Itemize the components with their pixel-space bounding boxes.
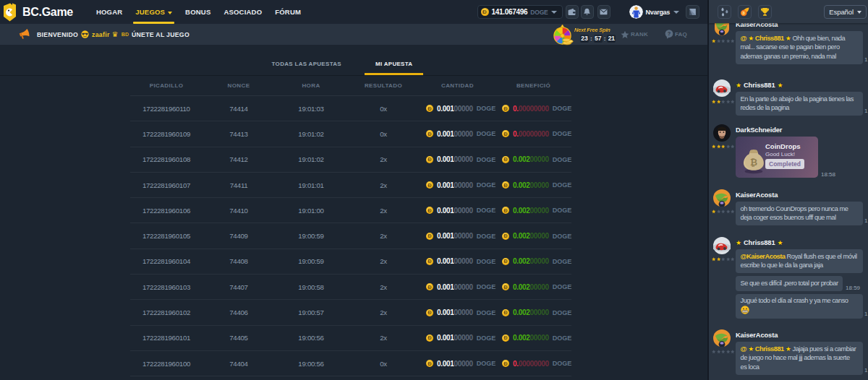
user-avatar[interactable]: [713, 237, 731, 254]
cell-result: 0x: [347, 105, 420, 113]
countdown-seconds: 21: [607, 35, 616, 43]
chat-bubble[interactable]: Se que es difícil ,pero total por probar: [736, 276, 843, 291]
wallet-button[interactable]: [566, 5, 579, 19]
chat-message-body: KaiserAcosta@ ★ Chriss881 ★ Jajaja pues …: [736, 331, 863, 375]
notifications-button[interactable]: [581, 5, 594, 19]
countdown-minutes: 57: [594, 35, 603, 43]
profit-zeros: 00000: [530, 181, 549, 189]
profit-zeros: 00000: [530, 232, 549, 240]
grimacing-face-icon: [741, 307, 749, 314]
amount-zeros: 00000: [454, 155, 473, 163]
username[interactable]: Nvargas: [646, 9, 670, 16]
brand-logo[interactable]: BC.Game: [3, 3, 73, 22]
balance-selector[interactable]: Ð 141.067496 DOGE: [477, 5, 563, 19]
chat-username[interactable]: KaiserAcosta: [736, 331, 863, 339]
cell-profit: Ð0.00000000DOGE: [495, 130, 571, 138]
chat-bubble[interactable]: Jugué todo el día al crash y ya me canso: [736, 294, 863, 319]
user-avatar[interactable]: [713, 23, 731, 36]
menu-item-asociado[interactable]: ASOCIADO: [224, 0, 262, 24]
trophy-button[interactable]: [758, 5, 772, 19]
user-chevron-down-icon[interactable]: [673, 11, 679, 14]
next-free-spin[interactable]: Next Free Spin 23 : 57 : 21: [574, 27, 608, 43]
rank-link[interactable]: RANK: [621, 30, 648, 39]
tab-my-bets[interactable]: MI APUESTA: [365, 61, 423, 75]
profit-value: 0.002: [513, 232, 530, 240]
user-avatar[interactable]: [629, 5, 643, 19]
menu-item-hogar[interactable]: HOGAR: [96, 0, 122, 24]
chat-username-label: KaiserAcosta: [736, 191, 778, 199]
menu-item-label: BONUS: [185, 8, 210, 16]
cell-profit: Ð0.00000000DOGE: [495, 105, 571, 113]
doge-coin-icon: Ð: [426, 105, 433, 112]
chat-bubble[interactable]: @KaiserAcosta Royal flush es que el móvi…: [736, 249, 863, 273]
chat-bubble[interactable]: @ ★ Chriss881 ★ Ohh que bien, nada mal..…: [736, 31, 863, 64]
cell-nonce: 74411: [203, 181, 275, 189]
menu-item-juegos[interactable]: JUEGOS: [135, 0, 172, 24]
chat-username[interactable]: ★Chriss881★: [736, 81, 863, 89]
messages-button[interactable]: [597, 5, 610, 19]
chat-username[interactable]: DarkSchneider: [736, 126, 863, 134]
tab-all-bets[interactable]: TODAS LAS APUESTAS: [261, 61, 352, 75]
coindrops-card[interactable]: ₿CoinDropsGood Luck!Completed: [736, 137, 818, 178]
welcome-bar-right: Next Free Spin 23 : 57 : 21 RANK ? FAQ: [551, 24, 687, 45]
top-navbar: BC.Game HOGARJUEGOSBONUSASOCIADOFÓRUM Ð …: [0, 0, 707, 24]
cell-amount: Ð0.00100000DOGE: [420, 308, 495, 316]
chat-bubble-text: Jugué todo el día al crash y ya me canso: [741, 297, 848, 304]
spin-wheel-icon[interactable]: [551, 24, 574, 46]
menu-item-frum[interactable]: FÓRUM: [275, 0, 301, 24]
chat-sidebar-header: 3 Español: [709, 0, 868, 23]
amount-currency: DOGE: [477, 207, 496, 214]
sunglasses-emoji-icon: [81, 30, 89, 38]
profit-currency: DOGE: [553, 360, 572, 367]
chat-bubble-row: Se que es difícil ,pero total por probar…: [736, 276, 863, 291]
cell-profit: Ð0.00200000DOGE: [495, 155, 571, 163]
welcome-username[interactable]: zaafir: [92, 31, 110, 38]
user-avatar[interactable]: [713, 79, 731, 97]
balance-currency: DOGE: [530, 9, 548, 16]
chat-bubble[interactable]: oh tremendo CounDrops pero nunca me deja…: [736, 202, 863, 225]
chat-username[interactable]: ★Chriss881★: [736, 238, 863, 246]
amount-value: 0.001: [437, 207, 454, 215]
coindrop-button[interactable]: [718, 5, 731, 19]
profit-zeros: 00000: [530, 334, 549, 342]
faq-link[interactable]: ? FAQ: [665, 30, 687, 39]
chat-toggle-button[interactable]: [686, 5, 699, 19]
chat-bubble-row: Jugué todo el día al crash y ya me canso…: [736, 294, 863, 319]
doge-coin-icon: Ð: [426, 360, 433, 367]
fireball-button[interactable]: 3: [738, 5, 752, 19]
column-header-4: CANTIDAD: [420, 82, 495, 89]
chat-username[interactable]: KaiserAcosta: [736, 191, 863, 199]
user-avatar[interactable]: [713, 124, 731, 142]
language-label: Español: [829, 8, 854, 16]
profit-value: 0.002: [513, 207, 530, 215]
coindrops-title: CoinDrops: [765, 142, 801, 150]
language-selector[interactable]: Español: [824, 5, 867, 19]
amount-value: 0.001: [437, 257, 454, 265]
spin-countdown: 23 : 57 : 21: [580, 35, 608, 43]
next-free-spin-label: Next Free Spin: [574, 27, 610, 33]
user-avatar[interactable]: [713, 329, 731, 347]
coindrops-completed-button[interactable]: Completed: [765, 159, 804, 169]
chat-timestamp-clipped: 1: [864, 367, 867, 373]
cell-nonce: 74409: [203, 232, 275, 240]
chat-bubble[interactable]: @ ★ Chriss881 ★ Jajaja pues si a cambiar…: [736, 342, 863, 375]
menu-item-bonus[interactable]: BONUS: [185, 0, 210, 24]
cell-hash: 1722281960107: [130, 181, 203, 189]
user-avatar[interactable]: [713, 189, 731, 207]
menu-item-label: ASOCIADO: [224, 8, 262, 16]
cell-result: 2x: [347, 283, 420, 291]
profit-currency: DOGE: [553, 207, 572, 214]
chevron-down-icon: [551, 11, 557, 14]
chat-message: KaiserAcosta@ ★ Chriss881 ★ Jajaja pues …: [713, 329, 863, 375]
cell-hash: 1722281960104: [130, 257, 203, 265]
cell-time: 19:00:57: [275, 308, 347, 316]
chat-bubble-row: oh tremendo CounDrops pero nunca me deja…: [736, 202, 863, 225]
chat-bubble[interactable]: En la parte de abajo de la pagina tienes…: [736, 92, 863, 116]
cell-profit: Ð0.00200000DOGE: [495, 308, 571, 316]
coindrops-subtitle: Good Luck!: [765, 151, 795, 157]
chat-username-label: KaiserAcosta: [736, 332, 778, 339]
chat-username[interactable]: KaiserAcosta: [736, 23, 863, 28]
amount-zeros: 00000: [454, 283, 473, 291]
profit-zeros: 00000000: [519, 105, 549, 113]
bets-table-body: 17222819601107441419:01:030xÐ0.00100000D…: [130, 96, 571, 376]
